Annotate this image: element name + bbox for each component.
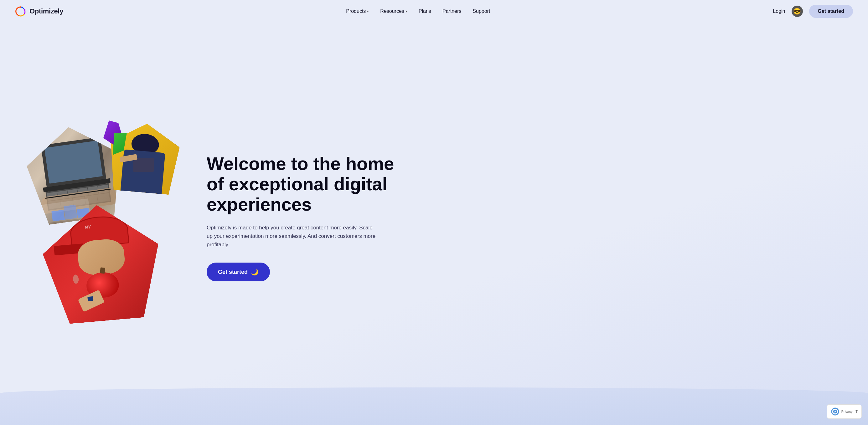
brand-name: Optimizely: [29, 7, 63, 15]
hero-title: Welcome to the home of exceptional digit…: [207, 154, 395, 215]
hero-subtitle: Optimizely is made to help you create gr…: [207, 224, 376, 249]
navigation: Optimizely Products ▾ Resources ▾ Plans …: [0, 0, 868, 23]
nav-item-plans[interactable]: Plans: [418, 8, 431, 14]
nav-right: Login 😎 Get started: [773, 5, 853, 18]
nav-item-partners[interactable]: Partners: [442, 8, 461, 14]
nav-get-started-button[interactable]: Get started: [809, 5, 853, 18]
optimizely-logo-icon: [15, 6, 26, 17]
recaptcha-icon: [831, 407, 839, 416]
hero-images: NY: [19, 117, 182, 330]
avatar-icon[interactable]: 😎: [792, 6, 803, 17]
login-link[interactable]: Login: [773, 8, 785, 14]
privacy-badge: Privacy - T: [827, 404, 862, 419]
chevron-down-icon: ▾: [367, 9, 369, 13]
hero-cta-button[interactable]: Get started 🌙: [207, 263, 270, 281]
chevron-down-icon: ▾: [405, 9, 407, 13]
nav-item-resources[interactable]: Resources ▾: [380, 8, 407, 14]
svg-point-1: [20, 6, 22, 8]
logo-link[interactable]: Optimizely: [15, 6, 63, 17]
nav-item-support[interactable]: Support: [472, 8, 490, 14]
nav-links: Products ▾ Resources ▾ Plans Partners Su…: [346, 8, 490, 14]
hero-section: NY Welcome to the home of exceptional di…: [0, 23, 868, 425]
cta-icon: 🌙: [251, 268, 259, 276]
nav-item-products[interactable]: Products ▾: [346, 8, 369, 14]
hero-text-container: Welcome to the home of exceptional digit…: [182, 154, 843, 294]
